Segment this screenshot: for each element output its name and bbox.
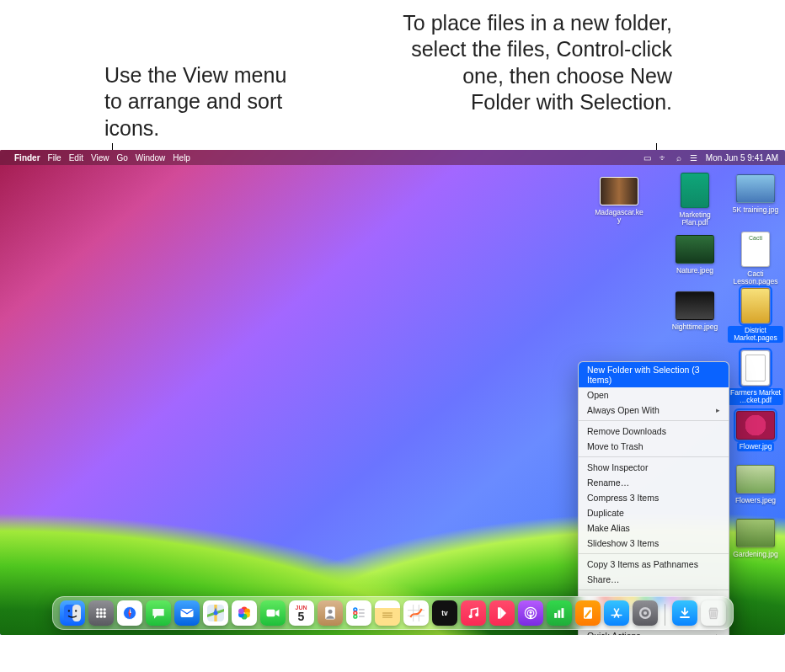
context-menu-item[interactable]: New Folder with Selection (3 Items) bbox=[579, 362, 729, 387]
svg-point-45 bbox=[475, 613, 478, 616]
launchpad-icon bbox=[93, 605, 109, 621]
menu-help[interactable]: Help bbox=[173, 153, 190, 163]
dock-icon-maps[interactable] bbox=[203, 600, 228, 626]
battery-icon[interactable]: ▭ bbox=[643, 153, 651, 163]
finder-icon bbox=[64, 605, 81, 621]
context-menu-item[interactable]: Always Open With▸ bbox=[579, 403, 729, 418]
desktop-icon-farmers[interactable]: Farmers Market …cket.pdf bbox=[728, 350, 783, 405]
chevron-right-icon: ▸ bbox=[716, 406, 720, 414]
dock-icon-launchpad[interactable] bbox=[88, 600, 114, 626]
svg-point-5 bbox=[99, 608, 102, 611]
control-center-icon[interactable]: ☰ bbox=[690, 153, 697, 163]
context-menu-item[interactable]: Share… bbox=[579, 572, 729, 587]
svg-point-29 bbox=[354, 608, 357, 611]
svg-point-44 bbox=[468, 615, 472, 618]
dock-icon-calendar[interactable]: JUN5 bbox=[289, 600, 314, 626]
spotlight-icon[interactable]: ⌕ bbox=[676, 153, 681, 163]
dock-icon-reminders[interactable] bbox=[346, 600, 371, 626]
dock-icon-facetime[interactable] bbox=[260, 600, 286, 626]
context-menu-item-label: Rename… bbox=[587, 477, 629, 488]
context-menu-item[interactable]: Slideshow 3 Items bbox=[579, 536, 729, 551]
desktop-icon-madagascar[interactable]: Madagascar.key bbox=[591, 177, 647, 225]
file-thumbnail bbox=[736, 465, 775, 493]
desktop-icon-district[interactable]: District Market.pages bbox=[728, 288, 783, 343]
dock-icon-downloads[interactable] bbox=[672, 600, 697, 626]
desktop-icon-flower[interactable]: Flower.jpg bbox=[728, 411, 783, 451]
menu-window[interactable]: Window bbox=[136, 153, 166, 163]
svg-text:tv: tv bbox=[441, 609, 448, 617]
dock: JUN5tv bbox=[52, 596, 734, 630]
numbers-icon bbox=[551, 605, 568, 621]
context-menu-separator bbox=[579, 456, 729, 457]
dock-icon-settings[interactable] bbox=[633, 600, 658, 626]
desktop-icon-marketing[interactable]: Marketing Plan.pdf bbox=[667, 173, 723, 227]
dock-separator bbox=[665, 604, 665, 626]
app-menu[interactable]: Finder bbox=[14, 153, 40, 163]
desktop-icon-5k[interactable]: 5K training.jpg bbox=[728, 174, 783, 215]
menu-view[interactable]: View bbox=[91, 153, 109, 163]
trash-icon bbox=[705, 605, 722, 621]
music-icon bbox=[465, 605, 482, 621]
file-label: 5K training.jpg bbox=[730, 205, 781, 215]
desktop-icon-flowers2[interactable]: Flowers.jpeg bbox=[728, 465, 783, 505]
dock-icon-pages[interactable] bbox=[575, 600, 601, 626]
dock-icon-podcasts[interactable] bbox=[518, 600, 543, 626]
context-menu-item-label: Quick Actions bbox=[587, 631, 641, 635]
dock-icon-finder[interactable] bbox=[60, 600, 85, 626]
context-menu-item[interactable]: Remove Downloads bbox=[579, 424, 729, 439]
desktop-icon-nature[interactable]: Nature.jpeg bbox=[667, 235, 723, 275]
svg-rect-50 bbox=[554, 613, 557, 618]
menu-clock[interactable]: Mon Jun 5 9:41 AM bbox=[706, 153, 778, 163]
desktop-icon-cacti[interactable]: Cacti Lesson.pages bbox=[728, 232, 783, 286]
context-menu-item[interactable]: Make Alias bbox=[579, 520, 729, 536]
context-menu-item[interactable]: Copy 3 Items as Pathnames bbox=[579, 557, 729, 572]
svg-point-19 bbox=[213, 611, 217, 616]
wifi-icon[interactable]: ᯤ bbox=[660, 153, 668, 163]
menu-file[interactable]: File bbox=[48, 153, 61, 163]
file-label: Cacti Lesson.pages bbox=[728, 269, 783, 286]
svg-point-9 bbox=[103, 611, 105, 614]
svg-rect-51 bbox=[558, 611, 560, 618]
context-menu-item[interactable]: Compress 3 Items bbox=[579, 490, 729, 505]
dock-icon-tv[interactable]: tv bbox=[432, 600, 457, 626]
maps-icon bbox=[207, 605, 224, 621]
file-thumbnail bbox=[681, 173, 709, 208]
mail-icon bbox=[179, 605, 195, 621]
file-thumbnail bbox=[600, 177, 638, 205]
dock-icon-news[interactable] bbox=[489, 600, 515, 626]
appstore-icon bbox=[608, 605, 625, 621]
dock-icon-photos[interactable] bbox=[232, 600, 257, 626]
context-menu-item[interactable]: Rename… bbox=[579, 475, 729, 490]
context-menu-item[interactable]: Open bbox=[579, 387, 729, 403]
dock-icon-appstore[interactable] bbox=[604, 600, 629, 626]
dock-icon-safari[interactable] bbox=[117, 600, 142, 626]
dock-icon-trash[interactable] bbox=[701, 600, 726, 626]
chevron-right-icon: ▸ bbox=[716, 632, 720, 635]
svg-point-30 bbox=[354, 611, 357, 615]
context-menu-item[interactable]: Duplicate bbox=[579, 505, 729, 520]
dock-icon-freeform[interactable] bbox=[403, 600, 429, 626]
dock-icon-numbers[interactable] bbox=[547, 600, 572, 626]
file-thumbnail bbox=[741, 350, 770, 386]
podcasts-icon bbox=[522, 605, 539, 621]
svg-point-3 bbox=[75, 610, 77, 611]
dock-icon-notes[interactable] bbox=[375, 600, 400, 626]
desktop-icon-gardening[interactable]: Gardening.jpg bbox=[728, 519, 783, 559]
dock-icon-messages[interactable] bbox=[146, 600, 171, 626]
dock-icon-music[interactable] bbox=[461, 600, 486, 626]
menu-bar: Finder File Edit View Go Window Help ▭ ᯤ… bbox=[0, 150, 785, 165]
file-thumbnail bbox=[736, 411, 775, 440]
menu-edit[interactable]: Edit bbox=[69, 153, 83, 163]
file-thumbnail bbox=[741, 232, 770, 267]
desktop-icon-night[interactable]: Nighttime.jpeg bbox=[667, 291, 723, 332]
context-menu-item[interactable]: Show Inspector bbox=[579, 460, 729, 475]
context-menu-item[interactable]: Move to Trash bbox=[579, 439, 729, 454]
svg-rect-26 bbox=[266, 610, 275, 616]
dock-icon-contacts[interactable] bbox=[318, 600, 343, 626]
context-menu-separator bbox=[579, 589, 729, 590]
dock-icon-mail[interactable] bbox=[174, 600, 200, 626]
svg-point-11 bbox=[99, 616, 102, 618]
menu-go[interactable]: Go bbox=[116, 153, 127, 163]
callout-new-folder: To place files in a new folder, select t… bbox=[403, 10, 672, 115]
svg-point-49 bbox=[529, 611, 531, 614]
